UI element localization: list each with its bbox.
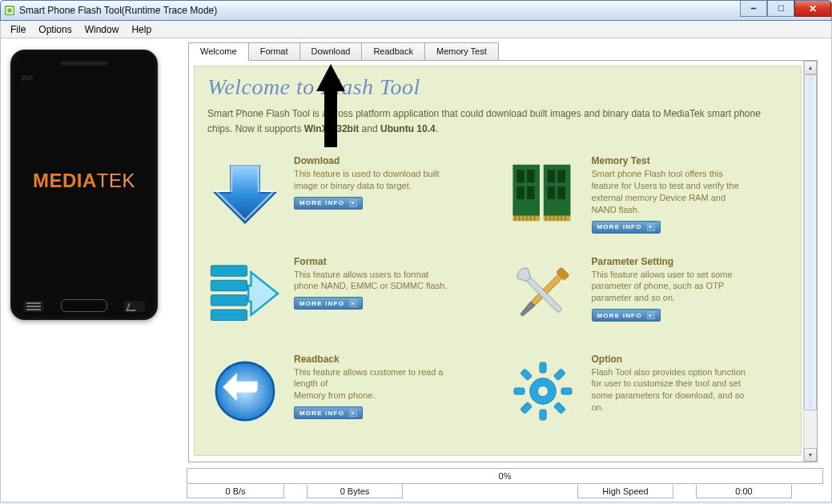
- feature-readback-desc: This feature allows customer to read a l…: [294, 366, 454, 402]
- svg-rect-8: [527, 186, 535, 199]
- gear-icon: [505, 354, 581, 429]
- format-icon: [207, 256, 283, 331]
- svg-rect-14: [543, 216, 570, 221]
- progress-bar: 0%: [187, 468, 823, 484]
- svg-rect-27: [211, 265, 247, 275]
- svg-rect-5: [516, 170, 525, 182]
- feature-option: Option Flash Tool also provides option f…: [505, 354, 789, 429]
- more-info-memtest[interactable]: MORE INFO»: [592, 221, 661, 234]
- maximize-button[interactable]: ☐: [767, 1, 794, 17]
- app-icon: [4, 5, 15, 16]
- ram-icon: [505, 155, 581, 230]
- svg-rect-9: [547, 170, 555, 182]
- svg-rect-41: [553, 368, 565, 380]
- scroll-thumb[interactable]: [804, 74, 817, 410]
- feature-readback: Readback This feature allows customer to…: [207, 354, 491, 429]
- scroll-track[interactable]: [804, 74, 817, 448]
- svg-rect-29: [211, 294, 247, 305]
- phone-oem-label: BM: [22, 74, 33, 82]
- feature-download: Download This feature is used to downloa…: [207, 155, 491, 233]
- feature-option-desc: Flash Tool also provides option function…: [592, 366, 752, 414]
- tab-welcome[interactable]: Welcome: [188, 42, 249, 61]
- feature-param-desc: This feature allows user to set some par…: [592, 269, 752, 305]
- phone-menu-key: [23, 301, 44, 312]
- minimize-button[interactable]: ━: [740, 1, 767, 17]
- feature-param-title: Parameter Setting: [592, 256, 752, 267]
- feature-format-desc: This feature allows users to format phon…: [294, 269, 454, 293]
- svg-point-45: [537, 386, 548, 396]
- svg-marker-32: [519, 302, 534, 317]
- feature-memtest-desc: Smart phone Flash tool offers this featu…: [592, 168, 752, 215]
- more-info-format[interactable]: MORE INFO»: [294, 297, 363, 310]
- svg-rect-13: [512, 216, 540, 221]
- phone-earpiece: [60, 61, 108, 66]
- status-strip: 0% 0 B/s 0 Bytes High Speed 0:00: [187, 468, 823, 502]
- more-info-download[interactable]: MORE INFO»: [294, 197, 363, 210]
- welcome-panel: Welcome to Flash Tool Smart Phone Flash …: [188, 60, 818, 462]
- menu-options[interactable]: Options: [34, 22, 76, 37]
- vertical-scrollbar[interactable]: ▲ ▼: [803, 61, 817, 462]
- menu-bar: File Options Window Help: [0, 21, 832, 38]
- phone-home-key: [61, 299, 107, 312]
- download-arrow-icon: [207, 155, 283, 230]
- status-rate: 0 B/s: [187, 485, 284, 498]
- more-info-param[interactable]: MORE INFO»: [592, 309, 661, 322]
- feature-option-title: Option: [592, 354, 752, 365]
- svg-rect-7: [516, 186, 525, 199]
- chevron-right-icon: »: [349, 199, 357, 207]
- tab-download[interactable]: Download: [299, 42, 363, 61]
- phone-brand-text: MEDIATEK: [10, 170, 158, 192]
- menu-help[interactable]: Help: [127, 22, 156, 37]
- svg-rect-28: [211, 280, 247, 290]
- more-info-readback[interactable]: MORE INFO»: [294, 406, 363, 419]
- menu-window[interactable]: Window: [80, 22, 124, 37]
- svg-rect-11: [547, 186, 555, 199]
- close-button[interactable]: ✕: [794, 1, 831, 17]
- chevron-right-icon: »: [647, 311, 655, 319]
- welcome-title: Welcome to Flash Tool: [207, 74, 788, 100]
- feature-memtest: Memory Test Smart phone Flash tool offer…: [505, 155, 789, 233]
- feature-format-title: Format: [294, 256, 454, 267]
- tab-strip: Welcome Format Download Readback Memory …: [188, 42, 826, 60]
- status-speed: High Speed: [577, 485, 673, 498]
- feature-memtest-title: Memory Test: [592, 155, 752, 166]
- feature-param: Parameter Setting This feature allows us…: [505, 256, 789, 331]
- back-circle-icon: [207, 354, 283, 429]
- svg-rect-30: [211, 310, 247, 320]
- status-time: 0:00: [696, 485, 792, 498]
- svg-rect-10: [557, 170, 565, 182]
- svg-rect-12: [557, 186, 565, 199]
- tools-icon: [505, 256, 581, 331]
- client-area: BM MEDIATEK Welcome Format Download Read…: [0, 38, 832, 502]
- welcome-intro: Smart Phone Flash Tool is a cross platfo…: [207, 106, 784, 136]
- tab-format[interactable]: Format: [248, 42, 300, 61]
- feature-download-desc: This feature is used to download built i…: [294, 168, 454, 192]
- feature-download-title: Download: [294, 155, 454, 166]
- svg-rect-39: [513, 387, 524, 394]
- chevron-right-icon: »: [349, 299, 357, 307]
- chevron-right-icon: »: [349, 409, 357, 417]
- phone-back-key: [124, 301, 145, 312]
- menu-file[interactable]: File: [6, 22, 30, 37]
- progress-value: 0%: [499, 471, 512, 481]
- svg-rect-44: [553, 402, 565, 414]
- svg-rect-43: [520, 368, 532, 380]
- svg-rect-40: [561, 387, 571, 394]
- window-title: Smart Phone Flash Tool(Runtime Trace Mod…: [19, 5, 217, 16]
- phone-mockup: BM MEDIATEK: [10, 50, 158, 320]
- scroll-down-button[interactable]: ▼: [804, 448, 817, 462]
- svg-rect-42: [520, 402, 532, 414]
- svg-rect-6: [527, 170, 535, 182]
- title-bar: Smart Phone Flash Tool(Runtime Trace Mod…: [0, 0, 832, 21]
- scroll-up-button[interactable]: ▲: [804, 61, 817, 74]
- feature-readback-title: Readback: [294, 354, 454, 365]
- status-bytes: 0 Bytes: [307, 485, 403, 498]
- phone-preview-pane: BM MEDIATEK: [1, 38, 183, 502]
- chevron-right-icon: »: [647, 223, 655, 231]
- tab-memtest[interactable]: Memory Test: [424, 42, 499, 61]
- svg-rect-37: [539, 362, 545, 372]
- tab-readback[interactable]: Readback: [361, 42, 425, 61]
- svg-rect-38: [539, 410, 545, 420]
- main-column: Welcome Format Download Readback Memory …: [183, 38, 831, 502]
- svg-rect-2: [7, 8, 11, 12]
